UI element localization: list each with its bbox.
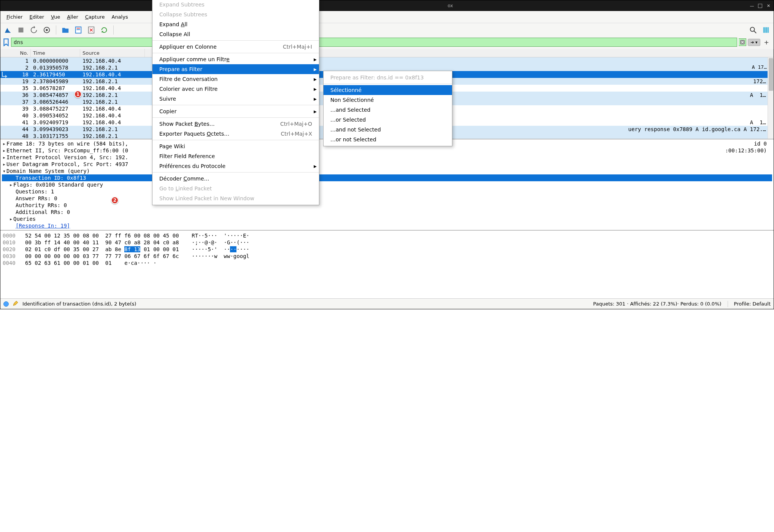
status-field-info: Identification of transaction (dns.id), … bbox=[22, 301, 136, 307]
badge-1: 1 bbox=[74, 90, 82, 98]
svg-rect-4 bbox=[76, 28, 80, 29]
tree-ethernet[interactable]: ▸Ethernet II, Src: PcsCompu_ff:f6:00 (0 bbox=[2, 147, 772, 154]
sub-header: Prepare as Filter: dns.id == 0x8f13 bbox=[324, 73, 452, 82]
restart-icon[interactable] bbox=[29, 25, 39, 35]
bookmark-icon[interactable] bbox=[3, 38, 10, 46]
shark-fin-icon[interactable] bbox=[3, 25, 13, 35]
packet-row[interactable]: 20.013950578192.168.2.1 bbox=[0, 64, 774, 71]
cm-export-packet-bytes[interactable]: Exporter Paquets Octets…Ctrl+Maj+X bbox=[152, 129, 319, 139]
cm-show-linked-new: Show Linked Packet in New Window bbox=[152, 193, 319, 203]
tree-response-in[interactable]: [Response In: 19] bbox=[2, 222, 772, 229]
cm-collapse-subtrees: Collapse Subtrees bbox=[152, 10, 319, 19]
cm-expand-subtrees: Expand Subtrees bbox=[152, 0, 319, 10]
app-window: ox Fichier Editer Vue Aller Capture Anal… bbox=[0, 0, 774, 309]
svg-point-2 bbox=[46, 29, 48, 31]
maximize-button[interactable] bbox=[758, 4, 762, 8]
menu-aller[interactable]: Aller bbox=[64, 13, 81, 21]
svg-rect-11 bbox=[768, 27, 769, 33]
cm-goto-linked: Go to Linked Packet bbox=[152, 184, 319, 193]
svg-line-8 bbox=[754, 31, 757, 33]
cm-wiki[interactable]: Page Wiki bbox=[152, 141, 319, 151]
context-submenu-prepare[interactable]: Prepare as Filter: dns.id == 0x8f13 Séle… bbox=[323, 71, 452, 146]
cm-apply-as-filter[interactable]: Appliquer comme un Filtre▶ bbox=[152, 54, 319, 64]
col-header-time[interactable]: Time bbox=[31, 49, 80, 57]
open-icon[interactable] bbox=[60, 25, 71, 35]
col-header-no[interactable]: No. bbox=[0, 49, 31, 57]
cm-show-packet-bytes[interactable]: Show Packet Bytes…Ctrl+Maj+O bbox=[152, 119, 319, 129]
cm-protocol-prefs[interactable]: Préférences du Protocole▶ bbox=[152, 161, 319, 171]
tree-flags[interactable]: ▸Flags: 0x0100 Standard query bbox=[2, 181, 772, 188]
display-filter-bar: ➔ ▾ + bbox=[0, 37, 774, 49]
sub-or-selected[interactable]: …or Selected bbox=[324, 115, 452, 125]
clear-filter-button[interactable] bbox=[739, 38, 746, 46]
svg-rect-5 bbox=[76, 29, 80, 30]
cm-filter-field-ref[interactable]: Filter Field Reference bbox=[152, 151, 319, 161]
close-file-icon[interactable] bbox=[86, 25, 97, 35]
sub-and-not-selected[interactable]: …and not Selected bbox=[324, 125, 452, 135]
sub-or-not-selected[interactable]: …or not Selected bbox=[324, 135, 452, 144]
svg-rect-0 bbox=[19, 28, 24, 33]
info-overflow-1: A 17… bbox=[752, 64, 767, 70]
svg-point-7 bbox=[750, 27, 755, 32]
cm-follow[interactable]: Suivre▶ bbox=[152, 94, 319, 104]
cm-prepare-as-filter[interactable]: Prepare as Filter▶ bbox=[152, 64, 319, 74]
hex-line[interactable]: 0000 52 54 00 12 35 00 08 00 27 ff f6 00… bbox=[3, 232, 771, 239]
cm-collapse-all[interactable]: Collapse All bbox=[152, 29, 319, 39]
hex-line[interactable]: 0010 00 3b ff 14 40 00 40 11 90 47 c0 a8… bbox=[3, 239, 771, 246]
close-button[interactable] bbox=[765, 3, 771, 9]
cm-apply-column[interactable]: Appliquer en ColonneCtrl+Maj+I bbox=[152, 42, 319, 52]
display-filter-input[interactable] bbox=[11, 38, 737, 47]
titlebar: ox bbox=[0, 0, 774, 11]
cm-copy[interactable]: Copier▶ bbox=[152, 106, 319, 116]
menubar: Fichier Editer Vue Aller Capture Analys bbox=[0, 11, 774, 23]
status-profile[interactable]: Profile: Default bbox=[734, 301, 771, 307]
context-menu-main[interactable]: Expand Subtrees Collapse Subtrees Expand… bbox=[152, 0, 319, 205]
menu-editer[interactable]: Editer bbox=[27, 13, 48, 21]
statusbar: Identification of transaction (dns.id), … bbox=[0, 298, 774, 309]
menu-analyser[interactable]: Analys bbox=[108, 13, 131, 21]
sub-not-selected[interactable]: Non Sélectionné bbox=[324, 95, 452, 105]
menu-capture[interactable]: Capture bbox=[82, 13, 108, 21]
hex-line[interactable]: 0030 00 00 00 00 00 00 03 77 77 77 06 67… bbox=[3, 253, 771, 260]
tree-ip[interactable]: ▸Internet Protocol Version 4, Src: 192. bbox=[2, 154, 772, 161]
edit-capture-comment-icon[interactable] bbox=[13, 300, 19, 307]
tree-questions[interactable]: Questions: 1 bbox=[2, 188, 772, 195]
columns-icon[interactable] bbox=[761, 25, 771, 35]
reload-icon[interactable] bbox=[99, 25, 109, 35]
zoom-icon[interactable] bbox=[748, 25, 758, 35]
tree-udp[interactable]: ▸User Datagram Protocol, Src Port: 4937 bbox=[2, 161, 772, 168]
related-packet-icon bbox=[1, 71, 10, 78]
save-icon[interactable] bbox=[73, 25, 84, 35]
packet-list-header: No. Time Source bbox=[0, 49, 774, 57]
packet-list-scrollbar[interactable] bbox=[768, 57, 774, 139]
tree-right-1: id 0 bbox=[754, 140, 767, 147]
tree-transaction-id[interactable]: Transaction ID: 0x8f13 bbox=[2, 174, 772, 181]
tree-right-2: :00:12:35:00) bbox=[725, 147, 767, 154]
cm-colorize-filter[interactable]: Colorier avec un Filtre▶ bbox=[152, 84, 319, 94]
packet-details-tree[interactable]: ▸Frame 18: 73 bytes on wire (584 bits), … bbox=[0, 139, 774, 230]
menu-vue[interactable]: Vue bbox=[48, 13, 63, 21]
status-packets: Paquets: 301 · Affichés: 22 (7.3%)· Perd… bbox=[593, 301, 721, 307]
hex-line[interactable]: 0020 02 01 c0 df 00 35 00 27 ab 8e 8f 13… bbox=[3, 246, 771, 253]
col-header-source[interactable]: Source bbox=[80, 49, 145, 57]
minimize-button[interactable] bbox=[749, 3, 755, 9]
packet-bytes-hex[interactable]: 0000 52 54 00 12 35 00 08 00 27 ff f6 00… bbox=[0, 230, 774, 298]
cm-decode-as[interactable]: Décoder Comme… bbox=[152, 174, 319, 184]
cm-conversation-filter[interactable]: Filtre de Conversation▶ bbox=[152, 74, 319, 84]
svg-rect-9 bbox=[763, 27, 765, 33]
expert-info-icon[interactable] bbox=[3, 301, 9, 307]
add-filter-button[interactable]: + bbox=[762, 39, 771, 46]
tree-additional-rrs[interactable]: Additional RRs: 0 bbox=[2, 209, 772, 215]
hex-line[interactable]: 0040 65 02 63 61 00 00 01 00 01 e·ca····… bbox=[3, 260, 771, 266]
tree-dns[interactable]: ▾Domain Name System (query) bbox=[2, 168, 772, 174]
toolbar bbox=[0, 23, 774, 37]
menu-fichier[interactable]: Fichier bbox=[3, 13, 26, 21]
tree-queries[interactable]: ▸Queries bbox=[2, 215, 772, 222]
sub-selected[interactable]: Sélectionné bbox=[324, 85, 452, 95]
cm-expand-all[interactable]: Expand All bbox=[152, 19, 319, 29]
stop-icon[interactable] bbox=[16, 25, 26, 35]
packet-row[interactable]: 10.000000000192.168.40.4 bbox=[0, 57, 774, 64]
sub-and-selected[interactable]: …and Selected bbox=[324, 105, 452, 115]
options-icon[interactable] bbox=[41, 25, 52, 35]
apply-filter-button[interactable]: ➔ ▾ bbox=[748, 39, 760, 46]
